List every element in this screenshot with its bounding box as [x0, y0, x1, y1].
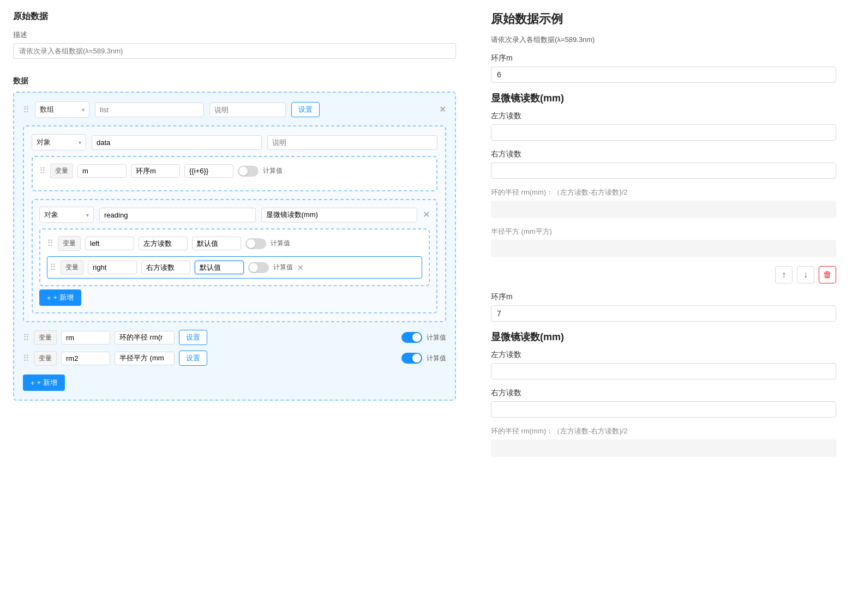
- obj2-type-select[interactable]: 对象 ▾: [39, 207, 94, 223]
- outer-dashed-container: ⠿ 数组 ▾ 设置 ✕ 对象 ▾: [13, 92, 456, 401]
- var-value-left[interactable]: [192, 237, 241, 250]
- add-reading-var-button[interactable]: + + 新增: [39, 289, 81, 306]
- var-row-m: ⠿ 变量 计算值: [39, 164, 430, 178]
- left-input-1[interactable]: [491, 124, 836, 141]
- obj1-name-input[interactable]: [92, 135, 262, 150]
- calc-label-left: 计算值: [271, 239, 290, 248]
- var-row-rm: ⠿ 变量 设置 计算值: [23, 330, 446, 345]
- var-value-m[interactable]: [184, 164, 233, 178]
- drag-handle-rm2[interactable]: ⠿: [23, 353, 29, 364]
- rm-computed-label-2: 环的半径 rm(mm)：（左方读数-右方读数)/2: [491, 426, 836, 436]
- add-group-var-button[interactable]: + + 新增: [23, 375, 65, 391]
- var-row-left: ⠿ 变量 计算值: [47, 236, 422, 251]
- group-header-row: ⠿ 数组 ▾ 设置 ✕: [23, 101, 446, 118]
- left-input-2[interactable]: [491, 363, 836, 379]
- seq-input-2[interactable]: [491, 305, 836, 322]
- seq-input-1[interactable]: [491, 67, 836, 83]
- toggle-left[interactable]: [245, 238, 266, 249]
- micro-title-2: 显微镜读数(mm): [491, 330, 836, 343]
- seq-label-1: 环序m: [491, 53, 836, 63]
- right-row-close-button[interactable]: ✕: [297, 263, 304, 272]
- down-button[interactable]: ↓: [797, 266, 814, 283]
- reading-vars-container: ⠿ 变量 计算值 ⠿ 变量: [39, 228, 430, 286]
- toggle-right[interactable]: [248, 262, 269, 273]
- calc-label-m: 计算值: [263, 166, 283, 176]
- rm-computed-value-2: [491, 439, 836, 457]
- desc-input[interactable]: [13, 43, 456, 59]
- add-group-label: + 新增: [37, 378, 57, 388]
- rm-settings-button[interactable]: 设置: [179, 330, 207, 345]
- up-button[interactable]: ↑: [775, 266, 793, 283]
- var-name-left[interactable]: [85, 237, 134, 250]
- var-label-left[interactable]: [139, 237, 188, 250]
- right-input-2[interactable]: [491, 401, 836, 418]
- chevron-down-icon: ▾: [82, 107, 85, 113]
- var-row-right: ⠿ 变量 计算值 ✕: [47, 256, 422, 279]
- drag-handle-rm[interactable]: ⠿: [23, 333, 29, 343]
- var-label-right[interactable]: [141, 261, 190, 274]
- rm-computed-value-1: [491, 201, 836, 218]
- obj2-type-label: 对象: [44, 210, 58, 220]
- obj1-desc-input[interactable]: [267, 135, 437, 150]
- type-select-group[interactable]: 数组 ▾: [35, 101, 89, 118]
- var-type-left: 变量: [58, 236, 81, 251]
- object2-container: 对象 ▾ ✕ ⠿ 变量: [32, 199, 437, 313]
- drag-handle-left[interactable]: ⠿: [47, 238, 53, 249]
- right-section-title: 原始数据示例: [491, 11, 836, 27]
- seq-label-2: 环序m: [491, 292, 836, 302]
- var-name-rm[interactable]: [61, 331, 110, 345]
- drag-handle-group[interactable]: ⠿: [23, 105, 29, 115]
- var-label-rm[interactable]: [115, 331, 175, 345]
- inner-dashed-container: 对象 ▾ ⠿ 变量 计算值: [23, 125, 446, 322]
- obj2-name-input[interactable]: [99, 208, 256, 222]
- group-close-button[interactable]: ✕: [439, 105, 446, 114]
- plus-icon: +: [47, 294, 51, 302]
- right-label-1: 右方读数: [491, 149, 836, 159]
- group-name-input[interactable]: [95, 102, 204, 117]
- object1-header-row: 对象 ▾: [32, 134, 437, 150]
- toggle-rm2[interactable]: [401, 353, 422, 364]
- var-type-rm: 变量: [34, 330, 57, 345]
- obj2-close-button[interactable]: ✕: [423, 210, 430, 219]
- left-label-1: 左方读数: [491, 111, 836, 121]
- calc-label-rm2: 计算值: [427, 354, 446, 363]
- chevron-down-icon: ▾: [86, 212, 89, 218]
- var-value-right[interactable]: [195, 261, 244, 274]
- data-section-title: 数据: [13, 76, 456, 86]
- right-group1: 环序m 显微镜读数(mm) 左方读数 右方读数 环的半径 rm(mm)：（左方读…: [491, 53, 836, 257]
- object2-header-row: 对象 ▾ ✕: [39, 207, 430, 223]
- drag-handle-m[interactable]: ⠿: [39, 166, 46, 176]
- right-panel: 原始数据示例 请依次录入各组数据(λ=589.3nm) 环序m 显微镜读数(mm…: [469, 0, 858, 616]
- group-settings-button[interactable]: 设置: [291, 102, 320, 117]
- rm-computed-label-1: 环的半径 rm(mm)：（左方读数-右方读数)/2: [491, 188, 836, 197]
- action-buttons: ↑ ↓ 🗑: [491, 266, 836, 283]
- desc-label: 描述: [13, 30, 456, 40]
- left-label-2: 左方读数: [491, 350, 836, 360]
- var-type-right: 变量: [61, 260, 83, 275]
- r2-computed-value-1: [491, 240, 836, 257]
- delete-button[interactable]: 🗑: [819, 266, 836, 283]
- var-name-m[interactable]: [77, 164, 127, 178]
- right-group2: 环序m 显微镜读数(mm) 左方读数 右方读数 环的半径 rm(mm)：（左方读…: [491, 292, 836, 457]
- var-name-right[interactable]: [88, 261, 137, 274]
- obj1-vars-container: ⠿ 变量 计算值: [32, 156, 437, 191]
- right-label-2: 右方读数: [491, 388, 836, 398]
- var-label-rm2[interactable]: [115, 352, 175, 365]
- chevron-down-icon: ▾: [79, 140, 81, 146]
- right-desc: 请依次录入各组数据(λ=589.3nm): [491, 35, 836, 45]
- var-label-m[interactable]: [131, 164, 180, 178]
- left-panel: 原始数据 描述 数据 ⠿ 数组 ▾ 设置 ✕ 对象 ▾: [0, 0, 469, 616]
- drag-handle-right[interactable]: ⠿: [50, 262, 56, 273]
- group-desc-input[interactable]: [209, 102, 286, 117]
- var-type-rm2: 变量: [34, 351, 57, 366]
- right-input-1[interactable]: [491, 162, 836, 179]
- r2-computed-label-1: 半径平方 (mm平方): [491, 227, 836, 237]
- toggle-m[interactable]: [238, 166, 259, 177]
- var-name-rm2[interactable]: [61, 352, 110, 365]
- obj2-desc-input[interactable]: [261, 208, 418, 222]
- calc-label-right: 计算值: [273, 263, 293, 272]
- toggle-rm[interactable]: [401, 332, 422, 343]
- type-select-label: 数组: [40, 105, 54, 114]
- rm2-settings-button[interactable]: 设置: [179, 351, 207, 366]
- obj1-type-select[interactable]: 对象 ▾: [32, 134, 86, 150]
